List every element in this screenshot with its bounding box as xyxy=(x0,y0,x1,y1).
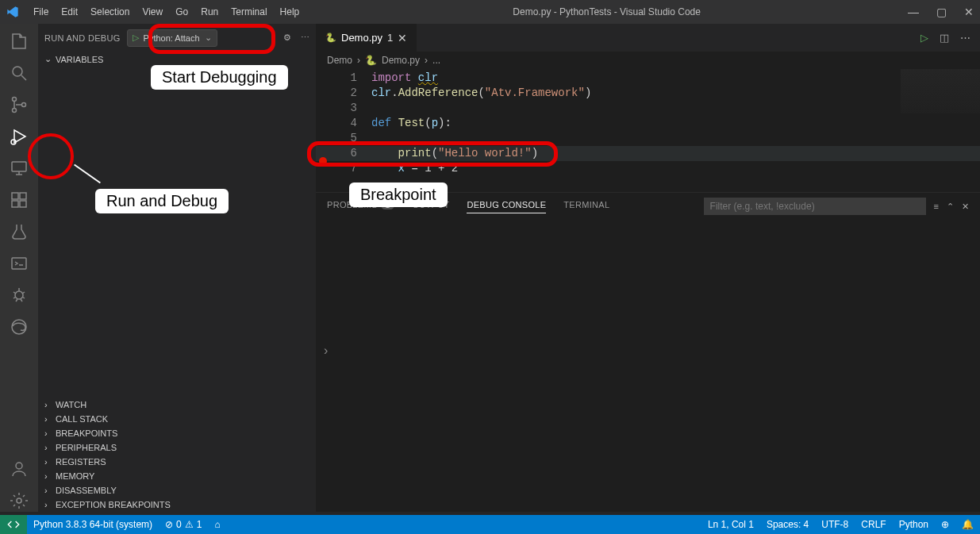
menu-terminal[interactable]: Terminal xyxy=(225,3,273,21)
minimap[interactable] xyxy=(901,69,980,113)
section-memory[interactable]: ›MEMORY xyxy=(38,469,316,483)
menu-selection[interactable]: Selection xyxy=(84,3,136,21)
chevron-down-icon[interactable]: ⌄ xyxy=(205,33,212,43)
menu-help[interactable]: Help xyxy=(274,3,306,21)
breadcrumb-tail[interactable]: ... xyxy=(432,55,440,66)
window-title: Demo.py - PythonTests - Visual Studio Co… xyxy=(306,6,908,17)
panel-collapse-icon[interactable]: ⌃ xyxy=(947,202,954,212)
clear-console-icon[interactable]: ≡ xyxy=(934,202,939,211)
menu-bar: File Edit Selection View Go Run Terminal… xyxy=(27,3,306,21)
source-control-icon[interactable] xyxy=(8,94,30,116)
section-exception-breakpoints[interactable]: ›EXCEPTION BREAKPOINTS xyxy=(38,498,316,512)
status-bell-icon[interactable]: 🔔 xyxy=(955,519,980,530)
status-problems[interactable]: ⊘0 ⚠1 xyxy=(159,519,208,530)
status-eol[interactable]: CRLF xyxy=(855,519,892,530)
extensions-icon[interactable] xyxy=(8,189,30,211)
testing-icon[interactable] xyxy=(8,221,30,243)
code-line[interactable]: 3 xyxy=(316,101,980,116)
warning-icon: ⚠ xyxy=(185,519,194,530)
code-line[interactable]: 4def Test(p): xyxy=(316,116,980,131)
code-line[interactable]: 6 print("Hello world!") xyxy=(316,146,980,161)
menu-run[interactable]: Run xyxy=(194,3,225,21)
menu-go[interactable]: Go xyxy=(169,3,194,21)
annotation-run-debug-label: Run and Debug xyxy=(95,189,229,213)
status-interpreter[interactable]: Python 3.8.3 64-bit (system) xyxy=(27,519,159,530)
section-peripherals[interactable]: ›PERIPHERALS xyxy=(38,440,316,455)
run-debug-icon[interactable] xyxy=(8,125,30,148)
code-text[interactable]: print("Hello world!") xyxy=(371,146,538,161)
settings-gear-icon[interactable] xyxy=(8,490,30,512)
tab-close-icon[interactable]: ✕ xyxy=(398,32,407,44)
code-text[interactable]: def Test(p): xyxy=(371,116,452,131)
window-minimize-icon[interactable]: — xyxy=(908,6,919,18)
remote-indicator-icon[interactable] xyxy=(0,515,27,534)
start-debug-play-icon[interactable]: ▷ xyxy=(133,33,139,43)
accounts-icon[interactable] xyxy=(8,458,30,480)
bottom-panel: PROBLEMS1 OUTPUT DEBUG CONSOLE TERMINAL … xyxy=(316,192,980,512)
section-label: BREAKPOINTS xyxy=(56,428,117,438)
menu-view[interactable]: View xyxy=(136,3,169,21)
breadcrumb-folder[interactable]: Demo xyxy=(327,55,352,66)
panel-close-icon[interactable]: ✕ xyxy=(962,202,969,212)
panel-filter-input[interactable] xyxy=(704,198,926,215)
status-language[interactable]: Python xyxy=(893,519,935,530)
menu-edit[interactable]: Edit xyxy=(55,3,84,21)
status-ports-icon[interactable]: ⌂ xyxy=(208,519,226,530)
section-label: MEMORY xyxy=(56,471,94,481)
menu-file[interactable]: File xyxy=(27,3,55,21)
status-indentation[interactable]: Spaces: 4 xyxy=(760,519,815,530)
code-line[interactable]: 1import clr xyxy=(316,71,980,86)
debug-more-icon[interactable]: ⋯ xyxy=(301,33,309,43)
panel-tab-debug-console[interactable]: DEBUG CONSOLE xyxy=(467,200,546,213)
bug-icon[interactable] xyxy=(8,284,30,306)
breakpoint-dot-icon[interactable] xyxy=(319,157,327,165)
line-number: 1 xyxy=(332,71,371,86)
annotation-breakpoint-label: Breakpoint xyxy=(349,182,448,207)
panel-tab-terminal[interactable]: TERMINAL xyxy=(563,200,609,213)
window-maximize-icon[interactable]: ▢ xyxy=(936,6,947,18)
code-line[interactable]: 7 x = 1 + 2 xyxy=(316,161,980,176)
section-call-stack[interactable]: ›CALL STACK xyxy=(38,412,316,426)
explorer-icon[interactable] xyxy=(8,30,30,52)
section-label: VARIABLES xyxy=(56,55,103,64)
warning-count: 1 xyxy=(197,519,202,530)
window-close-icon[interactable]: ✕ xyxy=(964,6,974,18)
section-registers[interactable]: ›REGISTERS xyxy=(38,455,316,469)
line-number: 4 xyxy=(332,116,371,131)
section-watch[interactable]: ›WATCH xyxy=(38,398,316,412)
svg-point-3 xyxy=(22,103,26,107)
activity-bar xyxy=(0,24,38,512)
search-icon[interactable] xyxy=(8,62,30,84)
breadcrumbs[interactable]: Demo› 🐍 Demo.py› ... xyxy=(316,52,980,69)
debug-config-label: Python: Attach xyxy=(144,33,200,43)
status-cursor-position[interactable]: Ln 1, Col 1 xyxy=(701,519,760,530)
code-line[interactable]: 2clr.AddReference("Atv.Framework") xyxy=(316,86,980,101)
run-file-icon[interactable]: ▷ xyxy=(920,32,928,44)
remote-explorer-icon[interactable] xyxy=(8,157,30,179)
editor-more-icon[interactable]: ⋯ xyxy=(960,32,970,44)
section-label: PERIPHERALS xyxy=(56,443,117,452)
svg-point-12 xyxy=(12,320,26,334)
section-label: CALL STACK xyxy=(56,414,108,424)
status-feedback-icon[interactable]: ⊕ xyxy=(935,519,955,530)
code-text[interactable]: x = 1 + 2 xyxy=(371,161,458,176)
console-icon[interactable] xyxy=(8,252,30,275)
section-breakpoints[interactable]: ›BREAKPOINTS xyxy=(38,426,316,440)
section-disassembly[interactable]: ›DISASSEMBLY xyxy=(38,483,316,498)
run-debug-sidebar: RUN AND DEBUG ▷ Python: Attach ⌄ ⚙ ⋯ ⌄VA… xyxy=(38,24,316,512)
status-encoding[interactable]: UTF-8 xyxy=(815,519,855,530)
debug-console-prompt[interactable]: › xyxy=(324,344,328,357)
annotation-start-debugging-label: Start Debugging xyxy=(151,65,288,90)
code-text[interactable]: clr.AddReference("Atv.Framework") xyxy=(371,86,591,101)
code-line[interactable]: 5 xyxy=(316,131,980,146)
breadcrumb-file[interactable]: Demo.py xyxy=(382,55,420,66)
svg-rect-8 xyxy=(12,201,18,207)
editor-tab-demo[interactable]: 🐍 Demo.py 1 ✕ xyxy=(316,24,417,52)
debug-config-dropdown[interactable]: ▷ Python: Attach ⌄ xyxy=(127,29,217,47)
code-text[interactable]: import clr xyxy=(371,71,438,86)
title-bar: File Edit Selection View Go Run Terminal… xyxy=(0,0,980,24)
code-editor[interactable]: 1import clr2clr.AddReference("Atv.Framew… xyxy=(316,69,980,176)
edge-icon[interactable] xyxy=(8,316,30,338)
split-editor-icon[interactable]: ◫ xyxy=(940,32,949,44)
debug-settings-icon[interactable]: ⚙ xyxy=(283,33,291,43)
